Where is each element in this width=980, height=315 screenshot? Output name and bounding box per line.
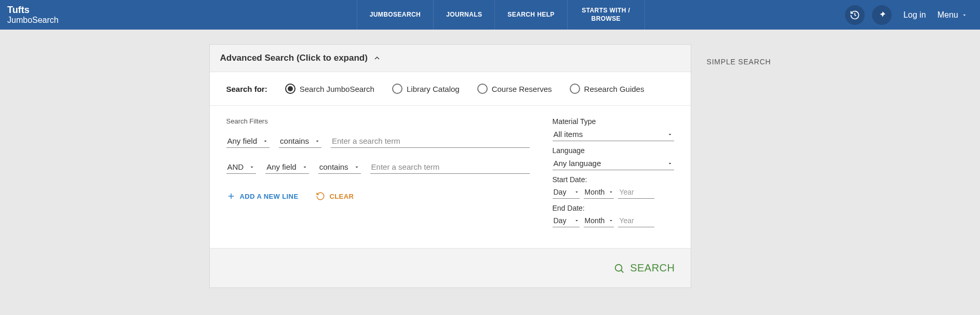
- svg-line-3: [621, 270, 624, 272]
- material-type-select[interactable]: All items: [553, 128, 674, 141]
- topbar: Tufts JumboSearch JUMBOSEARCH JOURNALS S…: [0, 0, 980, 30]
- plus-icon: [226, 191, 236, 201]
- header-tools: Log in Menu: [845, 5, 980, 25]
- caret-down-icon: [608, 218, 614, 224]
- caret-down-icon: [667, 160, 673, 167]
- radio-icon: [392, 84, 402, 94]
- caret-down-icon: [262, 138, 269, 144]
- scope-label-text: Search JumboSearch: [300, 85, 374, 93]
- filters-body: Search Filters Any field contains AND: [210, 106, 691, 248]
- material-type-label: Material Type: [553, 117, 674, 126]
- radio-icon: [285, 84, 296, 94]
- search-for-label: Search for:: [226, 85, 267, 93]
- caret-down-icon: [961, 12, 968, 18]
- scope-label-text: Library Catalog: [407, 85, 460, 93]
- svg-point-2: [615, 264, 622, 271]
- end-month-select[interactable]: Month: [584, 214, 614, 227]
- filters-right: Material Type All items Language Any lan…: [553, 117, 674, 230]
- field-select[interactable]: Any field: [265, 160, 309, 174]
- card-footer: SEARCH: [210, 248, 691, 287]
- clear-button[interactable]: CLEAR: [316, 191, 354, 201]
- end-date-label: End Date:: [553, 204, 674, 212]
- filters-left: Search Filters Any field contains AND: [226, 117, 530, 230]
- nav-search-help[interactable]: SEARCH HELP: [494, 0, 567, 30]
- advanced-search-title: Advanced Search (Click to expand): [220, 53, 368, 63]
- advanced-search-card: Advanced Search (Click to expand) Search…: [209, 44, 691, 288]
- scope-jumbosearch[interactable]: Search JumboSearch: [285, 84, 374, 94]
- login-link[interactable]: Log in: [899, 10, 930, 20]
- end-day-select[interactable]: Day: [553, 214, 580, 227]
- search-button[interactable]: SEARCH: [613, 262, 675, 274]
- end-date-row: Day Month: [553, 214, 674, 227]
- brand[interactable]: Tufts JumboSearch: [0, 5, 66, 24]
- field-select[interactable]: Any field: [226, 134, 270, 148]
- caret-down-icon: [667, 131, 673, 138]
- start-date-label: Start Date:: [553, 175, 674, 184]
- pin-icon[interactable]: [872, 5, 892, 25]
- radio-icon: [477, 84, 488, 94]
- radio-icon: [570, 84, 580, 94]
- start-year-input[interactable]: [618, 186, 654, 199]
- end-year-input[interactable]: [618, 214, 654, 227]
- start-day-select[interactable]: Day: [553, 186, 580, 199]
- filter-row-2: AND Any field contains: [226, 160, 530, 174]
- brand-top: Tufts: [7, 5, 59, 16]
- history-icon[interactable]: [845, 5, 865, 25]
- simple-search-link[interactable]: SIMPLE SEARCH: [707, 44, 771, 288]
- search-term-input[interactable]: [331, 134, 530, 148]
- nav-jumbosearch[interactable]: JUMBOSEARCH: [357, 0, 433, 30]
- scope-course-reserves[interactable]: Course Reserves: [477, 84, 552, 94]
- caret-down-icon: [608, 189, 614, 195]
- advanced-search-header[interactable]: Advanced Search (Click to expand): [210, 45, 691, 72]
- caret-down-icon: [574, 218, 580, 224]
- nav-journals[interactable]: JOURNALS: [433, 0, 494, 30]
- refresh-icon: [316, 191, 325, 201]
- search-term-input[interactable]: [370, 160, 530, 174]
- caret-down-icon: [314, 138, 320, 144]
- scope-library-catalog[interactable]: Library Catalog: [392, 84, 460, 94]
- brand-sub: JumboSearch: [7, 16, 59, 25]
- caret-down-icon: [302, 164, 308, 170]
- caret-down-icon: [574, 189, 580, 195]
- start-month-select[interactable]: Month: [584, 186, 614, 199]
- nav-starts-with-browse[interactable]: STARTS WITH / BROWSE: [567, 0, 645, 30]
- caret-down-icon: [249, 164, 255, 170]
- scope-row: Search for: Search JumboSearch Library C…: [210, 72, 691, 106]
- search-icon: [613, 263, 625, 274]
- main-nav: JUMBOSEARCH JOURNALS SEARCH HELP STARTS …: [357, 0, 645, 30]
- caret-down-icon: [354, 164, 360, 170]
- language-select[interactable]: Any language: [553, 157, 674, 170]
- main-content: Advanced Search (Click to expand) Search…: [0, 30, 980, 288]
- scope-label-text: Research Guides: [584, 85, 645, 93]
- boolean-select[interactable]: AND: [226, 160, 257, 174]
- operator-select[interactable]: contains: [318, 160, 361, 174]
- menu-link[interactable]: Menu: [937, 10, 968, 20]
- scope-research-guides[interactable]: Research Guides: [570, 84, 645, 94]
- operator-select[interactable]: contains: [279, 134, 321, 148]
- add-line-button[interactable]: ADD A NEW LINE: [226, 191, 299, 201]
- scope-label-text: Course Reserves: [492, 85, 552, 93]
- menu-label: Menu: [937, 10, 958, 20]
- chevron-up-icon: [373, 54, 381, 62]
- filter-row-1: Any field contains: [226, 134, 530, 148]
- language-label: Language: [553, 146, 674, 155]
- filter-actions: ADD A NEW LINE CLEAR: [226, 191, 530, 201]
- filters-title: Search Filters: [226, 117, 530, 125]
- start-date-row: Day Month: [553, 186, 674, 199]
